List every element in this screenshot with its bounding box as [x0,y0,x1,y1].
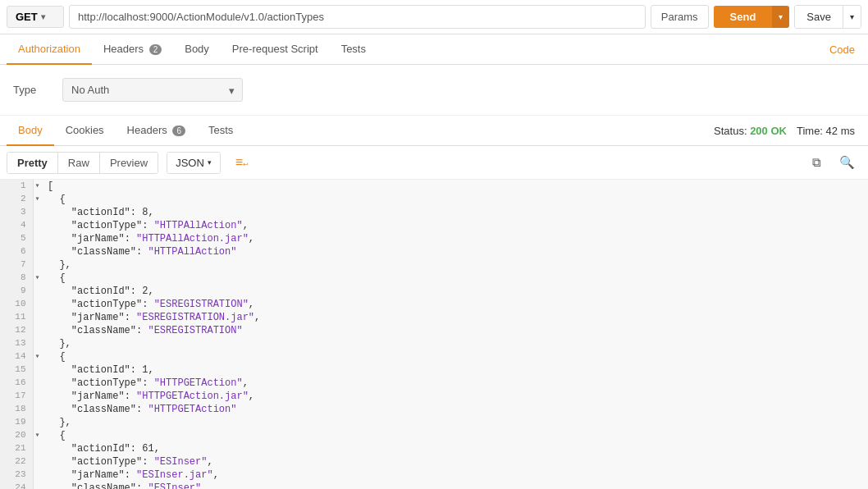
tab-tests-req-label: Tests [341,43,366,55]
line-arrow [33,219,44,232]
resp-tab-headers[interactable]: Headers 6 [116,116,197,146]
code-line: 15 "actionId": 1, [0,363,868,377]
wrap-icon[interactable]: ≡↩ [229,151,255,174]
line-number: 19 [0,416,33,429]
method-dropdown[interactable]: GET ▾ [7,6,64,28]
code-line: 12 "className": "ESREGISTRATION" [0,324,868,337]
format-preview-button[interactable]: Preview [100,153,158,173]
code-line: 20▾ { [0,429,868,442]
time-label: Time: 42 ms [797,125,855,137]
send-button[interactable]: Send [714,6,773,28]
resp-tab-headers-label: Headers [127,124,167,136]
response-tabs: Body Cookies Headers 6 Tests Status: 200… [0,116,868,146]
code-line: 19 }, [0,416,868,429]
line-content: "actionType": "ESREGISTRATION", [44,298,868,311]
code-line: 10 "actionType": "ESREGISTRATION", [0,298,868,311]
line-content: "jarName": "HTTPGETAction.jar", [44,390,868,403]
response-status: Status: 200 OK Time: 42 ms [714,125,861,137]
format-type-button[interactable]: JSON ▾ [167,153,220,173]
code-line: 3 "actionId": 8, [0,206,868,219]
params-button[interactable]: Params [651,5,709,29]
search-button[interactable]: 🔍 [833,151,861,174]
resp-tab-tests[interactable]: Tests [197,116,244,146]
line-content: "jarName": "HTTPAllAction.jar", [44,232,868,245]
send-dropdown-button[interactable]: ▾ [772,6,789,28]
tab-authorization[interactable]: Authorization [7,34,92,65]
time-value: 42 ms [826,125,855,137]
line-number: 2 [0,193,33,206]
request-tabs: Authorization Headers 2 Body Pre-request… [0,34,868,65]
line-arrow [33,311,44,324]
code-line: 7 }, [0,258,868,272]
line-content: "className": "ESREGISTRATION" [44,324,868,337]
line-number: 16 [0,377,33,390]
line-number: 3 [0,206,33,219]
line-arrow [33,416,44,429]
line-content: "actionType": "HTTPGETAction", [44,377,868,390]
code-panel: 1▾[2▾ {3 "actionId": 8,4 "actionType": "… [0,180,868,489]
line-arrow[interactable]: ▾ [33,180,44,193]
line-arrow[interactable]: ▾ [33,272,44,285]
code-link[interactable]: Code [823,35,861,64]
line-number: 15 [0,363,33,377]
code-line: 24 "className": "ESInser" [0,482,868,489]
code-line: 17 "jarName": "HTTPGETAction.jar", [0,390,868,403]
line-content: }, [44,416,868,429]
line-number: 10 [0,298,33,311]
line-arrow [33,482,44,489]
line-content: "className": "ESInser" [44,482,868,489]
line-number: 1 [0,180,33,193]
copy-button[interactable]: ⧉ [806,151,828,174]
save-dropdown-button[interactable]: ▾ [843,6,861,28]
line-arrow [33,468,44,482]
line-arrow [33,403,44,416]
resp-tab-tests-label: Tests [208,124,233,136]
tab-headers[interactable]: Headers 2 [92,34,173,65]
line-arrow [33,442,44,455]
code-line: 22 "actionType": "ESInser", [0,455,868,468]
line-number: 23 [0,468,33,482]
line-number: 24 [0,482,33,489]
resp-tab-body[interactable]: Body [7,116,54,146]
resp-tab-cookies[interactable]: Cookies [54,116,116,146]
line-content: "actionId": 2, [44,285,868,298]
tab-pre-request-script[interactable]: Pre-request Script [221,34,330,65]
tab-headers-badge: 2 [149,44,162,55]
line-number: 17 [0,390,33,403]
line-content: { [44,350,868,363]
code-lines: 1▾[2▾ {3 "actionId": 8,4 "actionType": "… [0,180,868,489]
format-pretty-button[interactable]: Pretty [7,153,58,173]
code-line: 1▾[ [0,180,868,193]
tab-pre-request-script-label: Pre-request Script [232,43,318,55]
line-content: { [44,193,868,206]
tab-tests-req[interactable]: Tests [330,34,377,65]
method-chevron: ▾ [41,12,45,21]
line-content: [ [44,180,868,193]
auth-type-label: Type [13,84,46,96]
line-content: "actionType": "ESInser", [44,455,868,468]
line-number: 20 [0,429,33,442]
line-arrow[interactable]: ▾ [33,350,44,363]
save-group: Save ▾ [794,5,861,29]
line-arrow[interactable]: ▾ [33,429,44,442]
url-input[interactable] [69,5,646,29]
line-number: 13 [0,337,33,350]
format-raw-button[interactable]: Raw [58,153,100,173]
line-arrow[interactable]: ▾ [33,193,44,206]
tab-body[interactable]: Body [173,34,221,65]
format-type-chevron: ▾ [208,158,212,167]
line-arrow [33,232,44,245]
resp-tab-headers-badge: 6 [172,126,185,136]
code-line: 8▾ { [0,272,868,285]
line-number: 4 [0,219,33,232]
line-arrow [33,363,44,377]
line-content: { [44,272,868,285]
code-line: 4 "actionType": "HTTPAllAction", [0,219,868,232]
app-container: GET ▾ Params Send ▾ Save ▾ Authorization… [0,0,868,489]
line-number: 22 [0,455,33,468]
auth-type-select[interactable]: No Auth Basic Auth Bearer Token OAuth 2.… [62,78,243,102]
save-button[interactable]: Save [795,6,843,28]
code-line: 21 "actionId": 61, [0,442,868,455]
line-arrow [33,245,44,258]
line-number: 5 [0,232,33,245]
